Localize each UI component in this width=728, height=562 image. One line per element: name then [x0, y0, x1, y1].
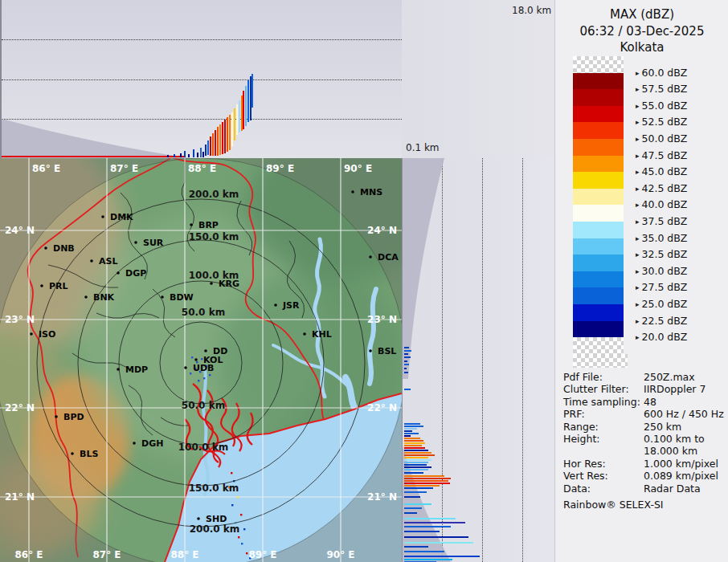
info-label: PRF: [563, 408, 585, 420]
side-height-axis-min-label: 0.1 km [406, 142, 440, 153]
range-ring-label: 200.0 km [190, 523, 240, 535]
echo-bar [404, 433, 419, 434]
info-value: 48 [644, 396, 656, 408]
echo-bar [404, 536, 468, 538]
dbz-color-band [573, 205, 624, 222]
top-height-axis-max-label: 18.0 km [512, 5, 551, 16]
range-ring-label: 150.0 km [189, 483, 239, 494]
city-dot [90, 259, 93, 263]
radar-map-panel: 86° E86° E87° E87° E88° E88° E89° E89° E… [0, 158, 402, 562]
info-row: Hor Res:1.000 km/pixel [563, 458, 724, 470]
city-dot [133, 442, 136, 445]
echo-speck [238, 536, 239, 538]
dbz-color-band [573, 189, 624, 206]
city-dot [190, 223, 193, 226]
info-label: Height: [563, 433, 600, 445]
legend-title-block: MAX (dBZ) 06:32 / 03-Dec-2025 Kolkata [555, 6, 728, 56]
longitude-label: 86° E [32, 163, 60, 174]
dbz-color-band [573, 337, 624, 354]
dbz-tick-label: 20.0 dBZ [636, 331, 687, 343]
echo-bar [404, 435, 411, 437]
info-value: 18.000 km [644, 445, 697, 457]
city-label: MDP [125, 364, 148, 375]
echo-bar [404, 464, 427, 466]
echo-speck [190, 373, 191, 374]
range-ring-label: 200.0 km [189, 189, 239, 200]
echo-bar [404, 496, 420, 498]
echo-bar [404, 485, 440, 487]
echo-bar [404, 445, 422, 446]
echo-bar [404, 426, 423, 427]
dbz-tick-label: 42.5 dBZ [636, 182, 687, 194]
dbz-color-scale [573, 56, 624, 354]
city-dot [101, 215, 104, 218]
dbz-color-band [573, 172, 624, 189]
city-label: KHL [312, 329, 332, 340]
echo-bar [404, 526, 451, 527]
echo-bar [404, 440, 423, 442]
range-ring-label: 150.0 km [189, 231, 239, 242]
dbz-tick-label: 57.5 dBZ [636, 83, 687, 95]
dbz-tick-label: 25.0 dBZ [636, 298, 687, 310]
dbz-color-band [573, 56, 624, 73]
info-row: Height:0.100 km to [563, 433, 724, 445]
longitude-label: 86° E [14, 549, 43, 560]
radar-map: 86° E86° E87° E87° E88° E88° E89° E89° E… [0, 158, 402, 562]
city-label: BPD [63, 412, 84, 422]
info-value: 1.000 km/pixel [644, 458, 718, 470]
dbz-tick-label: 60.0 dBZ [636, 67, 687, 79]
echo-bar [404, 389, 411, 390]
dbz-tick-label: 40.0 dBZ [636, 198, 687, 210]
dbz-color-band [573, 156, 624, 173]
info-label: Time sampling: [563, 396, 640, 408]
echo-bar [404, 356, 411, 358]
info-row: Clutter Filter:IIRDoppler 7 [563, 383, 724, 395]
echo-bar [404, 483, 450, 484]
beam-blockage-wedge [2, 0, 403, 158]
echo-bar [404, 487, 433, 489]
info-value: 250 km [644, 421, 681, 433]
city-label: PRL [49, 281, 68, 291]
city-label: MNS [360, 187, 382, 198]
echo-bar [404, 423, 420, 425]
info-value: Radar Data [644, 483, 701, 495]
city-dot [274, 303, 277, 307]
echo-bar [404, 462, 428, 463]
info-row: Pdf File:250Z.max [563, 371, 724, 383]
echo-bar [404, 364, 409, 365]
echo-bar [404, 353, 408, 355]
echo-bar [404, 360, 407, 362]
city-dot [134, 241, 137, 244]
dbz-color-band [573, 89, 624, 106]
latitude-label: 24° N [5, 225, 35, 236]
echo-bar [404, 503, 431, 505]
dbz-tick-label: 47.5 dBZ [636, 149, 687, 161]
radar-site-name: Kolkata [555, 39, 728, 56]
city-dot [194, 358, 198, 361]
echo-bar [180, 153, 182, 157]
dbz-tick-label: 52.5 dBZ [636, 116, 687, 128]
dbz-color-band [573, 106, 624, 123]
dbz-color-band [573, 238, 624, 255]
legend-panel: MAX (dBZ) 06:32 / 03-Dec-2025 Kolkata 60… [554, 0, 728, 562]
dbz-color-band [573, 287, 624, 304]
echo-bar [404, 447, 425, 449]
city-label: DGH [141, 438, 163, 449]
echo-bar [404, 350, 411, 352]
dbz-tick-label: 35.0 dBZ [636, 232, 687, 244]
info-value: 250Z.max [644, 371, 695, 383]
no-data-swatch [573, 354, 628, 368]
city-label: DNB [53, 243, 75, 254]
city-label: BSL [378, 346, 396, 356]
echo-bar [404, 478, 451, 479]
echo-bar [404, 542, 473, 544]
echo-bar [404, 491, 427, 493]
echo-bar [167, 155, 169, 157]
info-row: Vert Res:0.089 km/pixel [563, 470, 724, 482]
city-label: DMK [110, 212, 133, 222]
echo-bar [404, 452, 431, 454]
city-dot [161, 295, 164, 299]
longitude-label: 89° E [248, 549, 276, 560]
info-row: Data:Radar Data [563, 483, 724, 495]
echo-bar [252, 74, 253, 108]
